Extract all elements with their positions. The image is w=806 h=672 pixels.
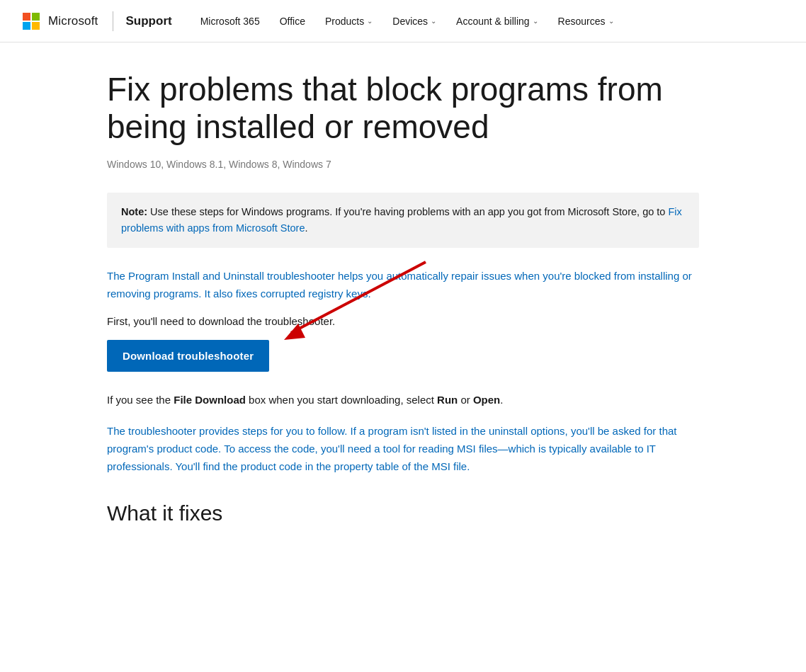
file-download-bold1: File Download — [174, 394, 246, 406]
chevron-down-icon: ⌄ — [431, 17, 436, 25]
microsoft-logo — [23, 13, 40, 30]
file-download-bold2: Run — [437, 394, 458, 406]
note-end: . — [305, 222, 307, 234]
troubleshooter-description: The troubleshooter provides steps for yo… — [107, 423, 699, 475]
file-download-text: If you see the File Download box when yo… — [107, 392, 699, 409]
nav-item-office[interactable]: Office — [271, 11, 314, 31]
nav-link-account-billing[interactable]: Account & billing ⌄ — [448, 11, 547, 31]
nav-link-products[interactable]: Products ⌄ — [317, 11, 381, 31]
nav-links: Microsoft 365 Office Products ⌄ Devices … — [192, 11, 623, 31]
note-label: Note: — [121, 206, 147, 217]
page-title: Fix problems that block programs from be… — [107, 71, 699, 146]
chevron-down-icon: ⌄ — [533, 17, 538, 25]
file-download-prefix: If you see the — [107, 394, 174, 406]
main-content: Fix problems that block programs from be… — [84, 42, 722, 582]
note-box: Note: Use these steps for Windows progra… — [107, 193, 699, 248]
nav-item-products[interactable]: Products ⌄ — [317, 11, 381, 31]
brand-name: Microsoft — [48, 14, 98, 28]
nav-link-resources[interactable]: Resources ⌄ — [550, 11, 623, 31]
header: Microsoft Support Microsoft 365 Office P… — [0, 0, 806, 42]
chevron-down-icon: ⌄ — [367, 17, 373, 25]
nav-item-resources[interactable]: Resources ⌄ — [550, 11, 623, 31]
nav-item-microsoft365[interactable]: Microsoft 365 — [192, 11, 268, 31]
nav-link-microsoft365[interactable]: Microsoft 365 — [192, 11, 268, 31]
first-step-text: First, you'll need to download the troub… — [107, 313, 699, 331]
header-divider — [113, 11, 113, 31]
nav-item-devices[interactable]: Devices ⌄ — [384, 11, 445, 31]
nav-link-devices[interactable]: Devices ⌄ — [384, 11, 445, 31]
download-section: Download troubleshooter — [107, 340, 699, 372]
nav-link-office[interactable]: Office — [271, 11, 314, 31]
nav-item-account-billing[interactable]: Account & billing ⌄ — [448, 11, 547, 31]
file-download-bold3: Open — [473, 394, 500, 406]
file-download-or: or — [458, 394, 473, 406]
download-troubleshooter-button[interactable]: Download troubleshooter — [107, 340, 269, 372]
main-nav: Microsoft 365 Office Products ⌄ Devices … — [192, 11, 623, 31]
intro-paragraph: The Program Install and Uninstall troubl… — [107, 268, 699, 303]
note-text: Note: Use these steps for Windows progra… — [121, 204, 685, 237]
note-body: Use these steps for Windows programs. If… — [147, 206, 668, 217]
what-it-fixes-heading: What it fixes — [107, 501, 699, 525]
chevron-down-icon: ⌄ — [608, 17, 614, 25]
os-compatibility: Windows 10, Windows 8.1, Windows 8, Wind… — [107, 159, 699, 170]
support-label: Support — [126, 14, 172, 28]
logo-area: Microsoft — [23, 13, 98, 30]
file-download-middle: box when you start downloading, select — [246, 394, 437, 406]
file-download-suffix: . — [500, 394, 503, 406]
